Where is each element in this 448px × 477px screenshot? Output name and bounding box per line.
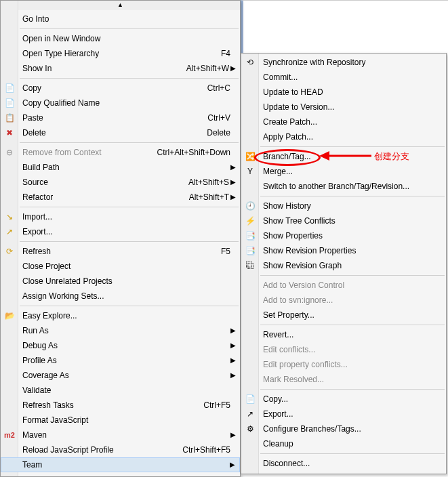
menu-item-update-to-version[interactable]: Update to Version... (241, 100, 446, 115)
menu-separator (20, 78, 239, 79)
menu-item-create-patch[interactable]: Create Patch... (241, 115, 446, 129)
menu-item-apply-patch[interactable]: Apply Patch... (241, 129, 446, 144)
menu-item-delete[interactable]: ✖DeleteDelete (1, 125, 240, 140)
menu-item-label: Commit... (263, 72, 298, 82)
menu-item-label: Disconnect... (263, 459, 310, 468)
menu-item-synchronize-with-repository[interactable]: ⟲Synchronize with Repository (241, 55, 446, 70)
menu-item-profile-as[interactable]: Profile As▶ (1, 353, 240, 368)
menu-item-easy-explore[interactable]: 📂Easy Explore... (1, 308, 240, 323)
menu-item-import[interactable]: ↘Import... (1, 209, 240, 224)
menu-item-revert[interactable]: Revert... (241, 327, 446, 342)
menu-item-refresh-tasks[interactable]: Refresh TasksCtrl+F5 (1, 398, 240, 413)
menu-item-reload-javascript-profile[interactable]: Reload JavaScript ProfileCtrl+Shift+F5 (1, 442, 240, 457)
menu-item-build-path[interactable]: Build Path▶ (1, 160, 240, 175)
menu-item-label: Debug As (22, 341, 58, 350)
menu-item-debug-as[interactable]: Debug As▶ (1, 338, 240, 353)
menu-item-label: Update to Version... (263, 102, 334, 112)
menu-item-open-type-hierarchy[interactable]: Open Type HierarchyF4 (1, 46, 240, 61)
menu-item-add-to-version-control: Add to Version Control (241, 278, 446, 293)
menu-item-source[interactable]: SourceAlt+Shift+S▶ (1, 175, 240, 190)
menu-item-label: Coverage As (22, 371, 69, 380)
menu-item-show-in[interactable]: Show InAlt+Shift+W▶ (1, 61, 240, 76)
menu-item-copy-qualified-name[interactable]: 📄Copy Qualified Name (1, 96, 240, 110)
menu-item-shortcut: Ctrl+Shift+F5 (182, 442, 230, 457)
menu-item-label: Branch/Tag... (263, 152, 311, 161)
menu-item-label: Apply Patch... (263, 132, 313, 142)
menu-item-edit-property-conflicts: Edit property conflicts... (241, 357, 446, 372)
menu-separator (260, 325, 445, 325)
export-icon: ↗ (3, 224, 16, 239)
menu-item-label: Show Tree Conflicts (263, 216, 335, 226)
menu-item-open-in-new-window[interactable]: Open in New Window (1, 31, 240, 46)
menu-item-export[interactable]: ↗Export... (1, 224, 240, 239)
menu-item-format-javascript[interactable]: Format JavaScript (1, 413, 240, 428)
menu-item-update-to-head[interactable]: Update to HEAD (241, 85, 446, 100)
menu-item-branch-tag[interactable]: 🔀Branch/Tag... (241, 149, 446, 164)
submenu-arrow-icon: ▶ (230, 160, 236, 175)
menu-item-label: Edit conflicts... (263, 345, 315, 354)
menu-item-show-tree-conflicts[interactable]: ⚡Show Tree Conflicts (241, 213, 446, 228)
menu-scroll-up[interactable]: ▲ (1, 1, 240, 10)
submenu-arrow-icon: ▶ (230, 353, 236, 368)
menu-item-configure-branches-tags[interactable]: ⚙Configure Branches/Tags... (241, 421, 446, 436)
menu-item-label: Copy... (263, 394, 288, 404)
submenu-arrow-icon: ▶ (230, 338, 236, 353)
menu-item-switch-to-another-branch-tag-revision[interactable]: Switch to another Branch/Tag/Revision... (241, 179, 446, 194)
menu-item-label: Build Path (22, 163, 60, 172)
menu-item-copy[interactable]: 📄Copy... (241, 392, 446, 407)
menu-item-paste[interactable]: 📋PasteCtrl+V (1, 110, 240, 125)
copy-icon: 📄 (3, 81, 16, 96)
configure-branches-tags-icon: ⚙ (244, 421, 256, 436)
menu-item-cleanup[interactable]: Cleanup (241, 436, 446, 451)
menu-item-shortcut: Delete (207, 125, 230, 140)
paste-icon: 📋 (3, 110, 16, 125)
menu-item-label: Show Properties (263, 231, 323, 241)
import-icon: ↘ (3, 209, 16, 224)
menu-item-team[interactable]: Team▶ (1, 457, 240, 472)
branch-tag-icon: 🔀 (244, 149, 256, 164)
menu-item-disconnect[interactable]: Disconnect... (241, 456, 446, 471)
menu-item-label: Show In (22, 64, 52, 73)
menu-item-shortcut: Ctrl+V (207, 110, 230, 125)
menu-item-set-property[interactable]: Set Property... (241, 308, 446, 323)
menu-item-run-as[interactable]: Run As▶ (1, 323, 240, 338)
menu-item-label: Update to HEAD (263, 87, 323, 97)
menu-item-refresh[interactable]: ⟳RefreshF5 (1, 244, 240, 259)
show-revision-graph-icon: ⿻ (244, 258, 256, 273)
menu-item-close-unrelated-projects[interactable]: Close Unrelated Projects (1, 274, 240, 289)
menu-item-merge[interactable]: YMerge... (241, 164, 446, 179)
menu-item-label: Revert... (263, 330, 293, 339)
menu-item-show-properties[interactable]: 📑Show Properties (241, 228, 446, 243)
menu-item-export[interactable]: ↗Export... (241, 407, 446, 421)
menu-item-shortcut: F5 (221, 244, 230, 259)
menu-item-validate[interactable]: Validate (1, 383, 240, 398)
refresh-icon: ⟳ (3, 244, 16, 259)
menu-item-label: Paste (22, 113, 43, 123)
menu-separator (260, 453, 445, 454)
menu-item-go-into[interactable]: Go Into (1, 12, 240, 26)
menu-item-coverage-as[interactable]: Coverage As▶ (1, 368, 240, 383)
menu-item-close-project[interactable]: Close Project (1, 259, 240, 274)
menu-item-label: Open Type Hierarchy (22, 49, 99, 58)
menu-item-label: Configure Branches/Tags... (263, 424, 361, 434)
menu-item-assign-working-sets[interactable]: Assign Working Sets... (1, 289, 240, 304)
menu-separator (20, 28, 239, 29)
menu-item-copy[interactable]: 📄CopyCtrl+C (1, 81, 240, 96)
menu-item-label: Synchronize with Repository (263, 58, 365, 67)
menu-item-show-revision-graph[interactable]: ⿻Show Revision Graph (241, 258, 446, 273)
menu-item-maven[interactable]: m2Maven▶ (1, 428, 240, 442)
menu-item-label: Close Project (22, 262, 70, 271)
menu-item-show-revision-properties[interactable]: 📑Show Revision Properties (241, 243, 446, 258)
menu-item-label: Easy Explore... (22, 311, 77, 320)
menu-item-label: Add to svn:ignore... (263, 295, 333, 305)
menu-item-refactor[interactable]: RefactorAlt+Shift+T▶ (1, 190, 240, 205)
menu-item-label: Profile As (22, 356, 57, 365)
show-revision-properties-icon: 📑 (244, 243, 256, 258)
menu-item-label: Remove from Context (22, 148, 102, 157)
menu-item-shortcut: Ctrl+F5 (203, 398, 230, 413)
menu-item-label: Format JavaScript (22, 415, 88, 425)
menu-separator (260, 275, 445, 276)
menu-item-show-history[interactable]: 🕘Show History (241, 199, 446, 213)
menu-item-commit[interactable]: Commit... (241, 70, 446, 85)
copy-qualified-name-icon: 📄 (3, 96, 16, 110)
